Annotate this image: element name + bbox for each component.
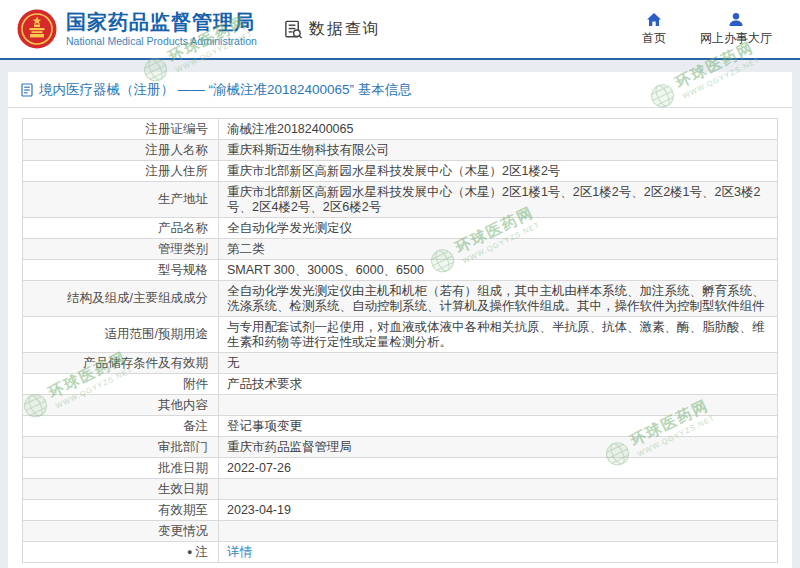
info-table: 注册证编号 渝械注准20182400065 注册人名称 重庆科斯迈生物科技有限公… (22, 118, 778, 563)
table-row: 批准日期 2022-07-26 (23, 458, 777, 479)
table-row: 注册人名称 重庆科斯迈生物科技有限公司 (23, 140, 777, 161)
row-value: 第二类 (219, 239, 777, 259)
row-value (219, 521, 777, 541)
row-label: 注册证编号 (23, 119, 219, 139)
table-row: ●注 详情 (23, 542, 777, 563)
row-value (219, 395, 777, 415)
home-icon (646, 12, 662, 27)
row-label: 生产地址 (23, 182, 219, 217)
row-label: 变更情况 (23, 521, 219, 541)
row-value: 重庆市北部新区高新园水星科技发展中心（木星）2区1楼1号、2区1楼2号、2区2楼… (219, 182, 777, 217)
row-label: 注册人住所 (23, 161, 219, 181)
table-row: 适用范围/预期用途 与专用配套试剂一起使用，对血液或体液中各种相关抗原、半抗原、… (23, 317, 777, 353)
row-label: 有效期至 (23, 500, 219, 520)
row-value: 2023-04-19 (219, 500, 777, 520)
row-value: 全自动化学发光测定仪由主机和机柜（若有）组成，其中主机由样本系统、加注系统、孵育… (219, 281, 777, 316)
note-icon: ● (187, 548, 192, 557)
row-value: 全自动化学发光测定仪 (219, 218, 777, 238)
row-label: 产品储存条件及有效期 (23, 353, 219, 373)
table-row: 产品名称 全自动化学发光测定仪 (23, 218, 777, 239)
table-row: 生效日期 (23, 479, 777, 500)
row-label: 其他内容 (23, 395, 219, 415)
table-row: 备注 登记事项变更 (23, 416, 777, 437)
table-row: 生产地址 重庆市北部新区高新园水星科技发展中心（木星）2区1楼1号、2区1楼2号… (23, 182, 777, 218)
nav-home[interactable]: 首页 (642, 12, 666, 47)
site-subtitle: National Medical Products Administration (66, 35, 257, 47)
row-label: 附件 (23, 374, 219, 394)
row-value: 无 (219, 353, 777, 373)
document-icon (21, 83, 33, 97)
row-label: 型号规格 (23, 260, 219, 280)
row-value: 重庆市药品监督管理局 (219, 437, 777, 457)
breadcrumb-text: 境内医疗器械（注册） —— “渝械注准20182400065” 基本信息 (39, 81, 412, 99)
table-row: 注册证编号 渝械注准20182400065 (23, 119, 777, 140)
row-value: 2022-07-26 (219, 458, 777, 478)
row-label: 管理类别 (23, 239, 219, 259)
table-row: 型号规格 SMART 300、3000S、6000、6500 (23, 260, 777, 281)
table-row: 审批部门 重庆市药品监督管理局 (23, 437, 777, 458)
site-title: 国家药品监督管理局 (66, 11, 257, 33)
row-label: 适用范围/预期用途 (23, 317, 219, 352)
row-value (219, 479, 777, 499)
row-label: 产品名称 (23, 218, 219, 238)
table-row: 有效期至 2023-04-19 (23, 500, 777, 521)
content-card: 境内医疗器械（注册） —— “渝械注准20182400065” 基本信息 注册证… (8, 72, 792, 568)
table-row: 结构及组成/主要组成成分 全自动化学发光测定仪由主机和机柜（若有）组成，其中主机… (23, 281, 777, 317)
table-row: 变更情况 (23, 521, 777, 542)
row-label: ●注 (23, 542, 219, 562)
user-icon (728, 12, 744, 27)
row-value: 产品技术要求 (219, 374, 777, 394)
detail-link[interactable]: 详情 (219, 542, 777, 562)
table-row: 注册人住所 重庆市北部新区高新园水星科技发展中心（木星）2区1楼2号 (23, 161, 777, 182)
row-value: 重庆科斯迈生物科技有限公司 (219, 140, 777, 160)
row-label: 生效日期 (23, 479, 219, 499)
national-emblem-icon (17, 9, 57, 49)
row-label: 备注 (23, 416, 219, 436)
data-query-icon (283, 19, 304, 40)
row-value: 与专用配套试剂一起使用，对血液或体液中各种相关抗原、半抗原、抗体、激素、酶、脂肪… (219, 317, 777, 352)
row-label: 审批部门 (23, 437, 219, 457)
nav-service-hall[interactable]: 网上办事大厅 (700, 12, 772, 47)
data-query-nav[interactable]: 数据查询 (283, 19, 381, 40)
row-value: SMART 300、3000S、6000、6500 (219, 260, 777, 280)
row-value: 渝械注准20182400065 (219, 119, 777, 139)
header: 国家药品监督管理局 National Medical Products Admi… (0, 0, 800, 60)
row-label: 结构及组成/主要组成成分 (23, 281, 219, 316)
table-row: 产品储存条件及有效期 无 (23, 353, 777, 374)
nav-service-hall-label: 网上办事大厅 (700, 30, 772, 47)
brand: 国家药品监督管理局 National Medical Products Admi… (66, 11, 257, 47)
header-nav: 首页 网上办事大厅 (642, 12, 772, 47)
row-label: 注册人名称 (23, 140, 219, 160)
table-row: 其他内容 (23, 395, 777, 416)
row-value: 重庆市北部新区高新园水星科技发展中心（木星）2区1楼2号 (219, 161, 777, 181)
breadcrumb: 境内医疗器械（注册） —— “渝械注准20182400065” 基本信息 (8, 72, 792, 108)
nav-home-label: 首页 (642, 30, 666, 47)
data-query-label: 数据查询 (309, 19, 381, 40)
row-value: 登记事项变更 (219, 416, 777, 436)
row-label: 批准日期 (23, 458, 219, 478)
table-row: 附件 产品技术要求 (23, 374, 777, 395)
table-row: 管理类别 第二类 (23, 239, 777, 260)
